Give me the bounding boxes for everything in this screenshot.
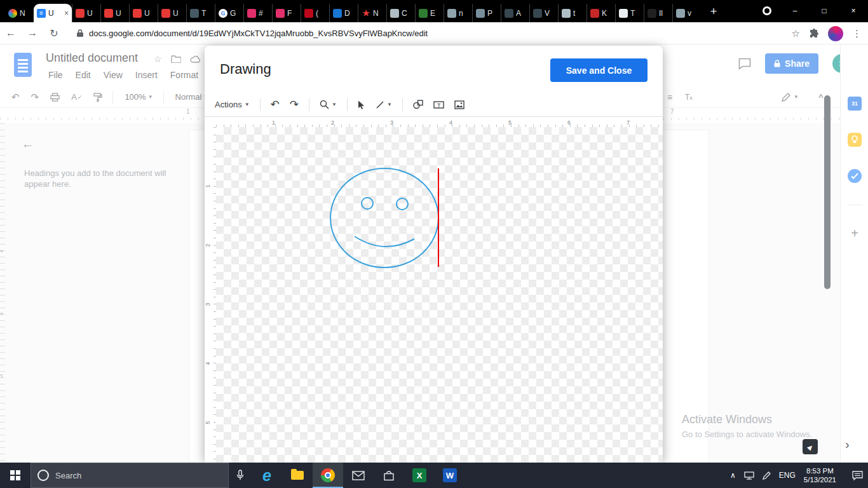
network-icon[interactable] <box>744 471 754 480</box>
extensions-puzzle-icon[interactable] <box>809 29 819 39</box>
hide-menus-icon[interactable]: ^ <box>818 92 824 102</box>
cortana-icon <box>37 470 49 481</box>
document-title[interactable]: Untitled document <box>46 51 138 65</box>
smiley-face-circle[interactable] <box>330 168 438 268</box>
browser-tab[interactable]: U <box>100 4 129 22</box>
undo-icon[interactable]: ↶ <box>11 92 20 103</box>
keep-icon[interactable] <box>848 133 862 147</box>
browser-tab[interactable]: F <box>272 4 301 22</box>
clear-formatting-icon[interactable]: Tx <box>685 93 693 102</box>
forward-button[interactable]: → <box>22 27 43 39</box>
add-addon-icon[interactable]: + <box>848 226 862 240</box>
browser-tab[interactable]: U <box>158 4 186 22</box>
actions-menu[interactable]: Actions▼ <box>215 100 250 109</box>
close-outline-arrow-icon[interactable]: ← <box>22 137 34 151</box>
action-center-icon[interactable] <box>852 471 863 480</box>
editing-mode-button[interactable]: ▼ <box>782 93 799 102</box>
taskbar-file-explorer-icon[interactable] <box>282 463 313 488</box>
taskbar-chrome-icon[interactable] <box>313 463 343 488</box>
browser-tab[interactable]: T <box>186 4 215 22</box>
drawing-undo-icon[interactable]: ↶ <box>271 98 280 111</box>
close-button[interactable]: × <box>839 0 868 22</box>
browser-tab[interactable]: U <box>72 4 100 22</box>
browser-tab[interactable]: K <box>587 4 615 22</box>
cloud-status-icon[interactable] <box>190 55 201 63</box>
checklist-icon[interactable]: ≡ <box>667 92 672 102</box>
zoom-tool-icon[interactable]: ▼ <box>320 100 337 109</box>
browser-tab[interactable]: n <box>444 4 472 22</box>
reload-button[interactable]: ↻ <box>43 27 65 39</box>
browser-tab[interactable]: ★N <box>358 4 386 22</box>
browser-menu-icon[interactable]: ⋮ <box>852 28 862 39</box>
smiley-smile[interactable] <box>355 236 414 247</box>
spellcheck-icon[interactable]: A✓ <box>71 92 82 102</box>
calendar-icon[interactable]: 31 <box>848 97 862 111</box>
minimize-button[interactable]: – <box>780 0 810 22</box>
language-indicator[interactable]: ENG <box>779 471 796 480</box>
taskbar-search-input[interactable]: Search <box>31 463 229 488</box>
taskbar-excel-icon[interactable]: X <box>404 463 435 488</box>
browser-tab[interactable]: V <box>529 4 558 22</box>
tab-close-icon[interactable]: × <box>64 9 69 18</box>
document-scrollbar[interactable] <box>824 95 831 289</box>
side-panel-collapse-icon[interactable]: › <box>845 437 850 452</box>
text-box-tool-icon[interactable]: T <box>433 100 444 109</box>
browser-tab[interactable]: T <box>615 4 644 22</box>
taskbar-mail-icon[interactable] <box>343 463 374 488</box>
pen-input-icon[interactable] <box>763 471 771 480</box>
menu-file[interactable]: File <box>44 69 67 81</box>
share-button[interactable]: Share <box>765 53 818 74</box>
browser-tab[interactable]: # <box>243 4 272 22</box>
browser-profile-avatar[interactable] <box>828 26 843 41</box>
menu-edit[interactable]: Edit <box>72 69 95 81</box>
smiley-left-eye[interactable] <box>362 198 373 209</box>
browser-tab[interactable]: A <box>501 4 529 22</box>
browser-tab[interactable]: C <box>386 4 415 22</box>
url-text[interactable]: docs.google.com/document/d/19EdWYjMxCkTV… <box>89 29 428 38</box>
zoom-select[interactable]: 100%▼ <box>125 92 153 102</box>
browser-tab[interactable]: Il <box>644 4 672 22</box>
drawing-canvas[interactable] <box>216 127 663 463</box>
start-button[interactable] <box>0 463 31 488</box>
hidden-icons-chevron-icon[interactable]: ∧ <box>730 471 736 480</box>
microphone-icon[interactable] <box>229 463 252 488</box>
insert-image-tool-icon[interactable] <box>454 100 465 109</box>
bookmark-star-icon[interactable]: ☆ <box>792 28 800 39</box>
save-and-close-button[interactable]: Save and Close <box>550 58 648 82</box>
new-tab-button[interactable]: + <box>705 3 722 20</box>
comment-history-icon[interactable] <box>738 58 751 69</box>
browser-tab-active[interactable]: ≡U× <box>34 4 72 22</box>
taskbar-store-icon[interactable] <box>374 463 404 488</box>
browser-tab[interactable]: v <box>672 4 701 22</box>
floating-capture-widget[interactable]: ▶ <box>803 439 818 454</box>
taskbar-clock[interactable]: 8:53 PM 5/13/2021 <box>804 466 836 484</box>
taskbar-word-icon[interactable]: W <box>435 463 465 488</box>
browser-tab[interactable]: GG <box>215 4 243 22</box>
line-tool-icon[interactable]: ▼ <box>376 100 392 109</box>
browser-tab[interactable]: ( <box>301 4 329 22</box>
docs-app-icon[interactable] <box>14 53 32 77</box>
ssl-lock-icon[interactable] <box>76 29 84 37</box>
browser-tab[interactable]: E <box>415 4 444 22</box>
taskbar-edge-icon[interactable]: e <box>252 463 282 488</box>
menu-view[interactable]: View <box>100 69 126 81</box>
browser-tab[interactable]: t <box>558 4 587 22</box>
browser-tab[interactable]: P <box>472 4 501 22</box>
maximize-button[interactable]: □ <box>810 0 839 22</box>
star-document-icon[interactable]: ☆ <box>154 54 162 64</box>
browser-tab[interactable]: D <box>329 4 358 22</box>
smiley-right-eye[interactable] <box>397 198 408 210</box>
print-icon[interactable] <box>50 93 60 102</box>
tasks-icon[interactable] <box>848 169 862 183</box>
browser-tab[interactable]: U <box>129 4 158 22</box>
back-button[interactable]: ← <box>0 27 22 39</box>
drawing-redo-icon[interactable]: ↷ <box>290 98 299 111</box>
menu-insert[interactable]: Insert <box>132 69 161 81</box>
menu-format[interactable]: Format <box>166 69 202 81</box>
paint-format-icon[interactable] <box>93 93 102 102</box>
move-folder-icon[interactable] <box>171 55 181 63</box>
shape-tool-icon[interactable] <box>413 100 423 109</box>
redo-icon[interactable]: ↷ <box>31 92 39 103</box>
browser-tab[interactable]: N <box>5 4 34 22</box>
select-tool-icon[interactable] <box>358 100 365 109</box>
